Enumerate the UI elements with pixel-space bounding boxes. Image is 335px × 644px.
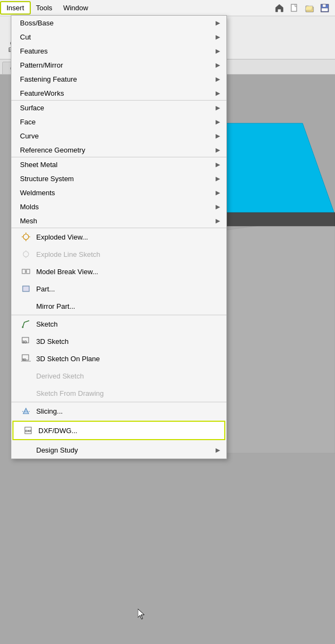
arrow-icon: ▶ bbox=[216, 217, 220, 224]
derived-sketch-item: Derived Sketch bbox=[11, 367, 226, 384]
home-icon[interactable] bbox=[273, 2, 285, 14]
arrow-icon: ▶ bbox=[216, 34, 220, 41]
exploded-view-icon bbox=[20, 231, 32, 243]
menu-bar: Insert Tools Window bbox=[0, 0, 335, 16]
derived-sketch-icon bbox=[20, 370, 32, 382]
face-item[interactable]: Face ▶ bbox=[11, 115, 226, 129]
arrow-icon: ▶ bbox=[216, 90, 220, 97]
cut-item[interactable]: Cut ▶ bbox=[11, 30, 226, 44]
arrow-icon: ▶ bbox=[216, 132, 220, 140]
svg-rect-13 bbox=[23, 286, 29, 291]
section-manufacturing: Sheet Metal ▶ Structure System ▶ Weldmen… bbox=[11, 157, 226, 228]
surface-item[interactable]: Surface ▶ bbox=[11, 101, 226, 115]
exploded-view-item[interactable]: Exploded View... bbox=[11, 228, 226, 245]
3d-sketch-plane-icon: 3D bbox=[20, 353, 32, 364]
explode-line-icon bbox=[20, 248, 32, 260]
svg-text:DXF: DXF bbox=[25, 429, 32, 433]
section-sketch: Sketch 3D 3D Sketch 3D bbox=[11, 315, 226, 402]
section-views: Exploded View... Explode Line Sketch bbox=[11, 228, 226, 315]
svg-point-14 bbox=[22, 327, 24, 328]
arrow-icon: ▶ bbox=[216, 189, 220, 196]
section-misc: Slicing... DXF DXF/DWG... Design Study ▶ bbox=[11, 402, 226, 459]
sketch-from-drawing-icon bbox=[20, 387, 32, 399]
explode-line-sketch-item: Explode Line Sketch bbox=[11, 245, 226, 263]
section-surface: Surface ▶ Face ▶ Curve ▶ Reference Geome… bbox=[11, 101, 226, 157]
sheet-metal-item[interactable]: Sheet Metal ▶ bbox=[11, 157, 226, 171]
svg-rect-12 bbox=[26, 269, 30, 274]
svg-point-10 bbox=[23, 251, 29, 257]
open-icon[interactable] bbox=[304, 2, 316, 14]
svg-point-9 bbox=[23, 234, 29, 240]
arrow-icon: ▶ bbox=[216, 118, 220, 125]
insert-menu[interactable]: Insert bbox=[0, 1, 31, 15]
pattern-mirror-item[interactable]: Pattern/Mirror ▶ bbox=[11, 58, 226, 72]
svg-rect-2 bbox=[323, 4, 326, 7]
tools-menu[interactable]: Tools bbox=[31, 2, 58, 14]
arrow-icon: ▶ bbox=[216, 19, 220, 26]
boss-base-item[interactable]: Boss/Base ▶ bbox=[11, 16, 226, 30]
arrow-icon: ▶ bbox=[216, 104, 220, 111]
arrow-icon: ▶ bbox=[216, 175, 220, 182]
svg-text:3D: 3D bbox=[22, 340, 27, 344]
mirror-part-icon bbox=[20, 300, 32, 312]
new-doc-icon[interactable] bbox=[289, 2, 300, 14]
features-item[interactable]: Features ▶ bbox=[11, 44, 226, 58]
design-study-icon bbox=[20, 444, 32, 456]
3d-sketch-item[interactable]: 3D 3D Sketch bbox=[11, 333, 226, 350]
svg-rect-0 bbox=[291, 4, 297, 11]
3d-sketch-icon: 3D bbox=[20, 335, 32, 347]
arrow-icon: ▶ bbox=[216, 76, 220, 83]
sketch-item[interactable]: Sketch bbox=[11, 315, 226, 333]
arrow-icon: ▶ bbox=[216, 48, 220, 55]
part-item[interactable]: Part... bbox=[11, 280, 226, 297]
svg-rect-11 bbox=[22, 269, 25, 274]
save-icon[interactable] bbox=[319, 2, 331, 14]
arrow-icon: ▶ bbox=[216, 447, 220, 454]
dxf-icon: DXF bbox=[22, 424, 34, 436]
slicing-item[interactable]: Slicing... bbox=[11, 402, 226, 420]
svg-text:3D: 3D bbox=[22, 358, 26, 361]
part-icon bbox=[20, 283, 32, 295]
structure-system-item[interactable]: Structure System ▶ bbox=[11, 171, 226, 185]
arrow-icon: ▶ bbox=[216, 203, 220, 210]
mesh-item[interactable]: Mesh ▶ bbox=[11, 214, 226, 228]
arrow-icon: ▶ bbox=[216, 161, 220, 168]
insert-dropdown-menu[interactable]: Boss/Base ▶ Cut ▶ Features ▶ Pattern/Mir… bbox=[11, 15, 227, 459]
svg-rect-3 bbox=[321, 8, 328, 11]
slicing-icon bbox=[20, 405, 32, 417]
featureworks-item[interactable]: FeatureWorks ▶ bbox=[11, 86, 226, 100]
molds-item[interactable]: Molds ▶ bbox=[11, 200, 226, 214]
arrow-icon: ▶ bbox=[216, 62, 220, 69]
window-menu[interactable]: Window bbox=[58, 2, 93, 14]
section-features: Boss/Base ▶ Cut ▶ Features ▶ Pattern/Mir… bbox=[11, 16, 226, 101]
arrow-icon: ▶ bbox=[216, 147, 220, 154]
mirror-part-item[interactable]: Mirror Part... bbox=[11, 297, 226, 315]
model-break-icon bbox=[20, 265, 32, 277]
reference-geometry-item[interactable]: Reference Geometry ▶ bbox=[11, 143, 226, 157]
model-break-view-item[interactable]: Model Break View... bbox=[11, 263, 226, 280]
sketch-from-drawing-item: Sketch From Drawing bbox=[11, 384, 226, 402]
3d-sketch-on-plane-item[interactable]: 3D 3D Sketch On Plane bbox=[11, 350, 226, 367]
design-study-item[interactable]: Design Study ▶ bbox=[11, 441, 226, 459]
svg-marker-20 bbox=[23, 408, 29, 414]
dxf-dwg-item[interactable]: DXF DXF/DWG... bbox=[12, 421, 225, 440]
sketch-icon bbox=[20, 318, 32, 330]
weldments-item[interactable]: Weldments ▶ bbox=[11, 185, 226, 200]
curve-item[interactable]: Curve ▶ bbox=[11, 129, 226, 143]
fastening-feature-item[interactable]: Fastening Feature ▶ bbox=[11, 72, 226, 86]
